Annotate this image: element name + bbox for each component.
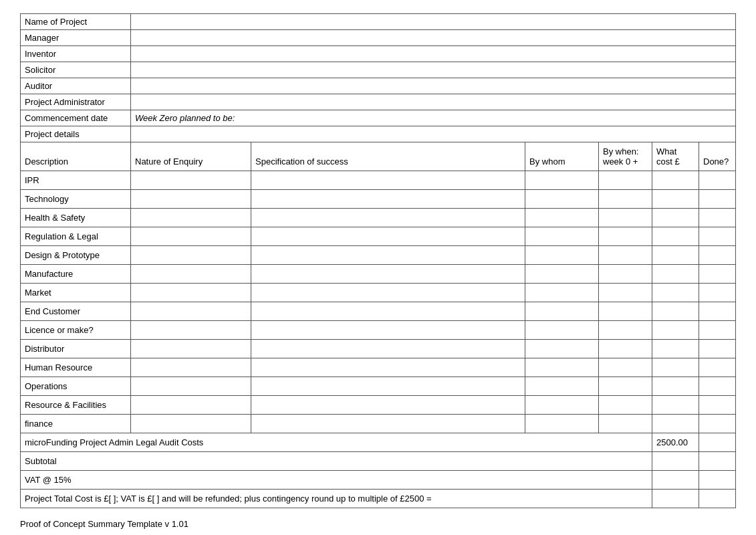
vat-label: VAT @ 15%	[21, 471, 652, 490]
resource-facilities-nature	[131, 396, 251, 415]
human-resource-spec	[251, 358, 525, 377]
resource-facilities-row: Resource & Facilities	[21, 396, 736, 415]
end-customer-cost	[652, 302, 699, 321]
subtotal-row: Subtotal	[21, 452, 736, 471]
finance-nature	[131, 415, 251, 433]
design-prototype-row: Design & Prototype	[21, 246, 736, 265]
design-prototype-nature	[131, 246, 251, 265]
manufacture-cost	[652, 265, 699, 284]
regulation-legal-label: Regulation & Legal	[21, 227, 131, 246]
market-spec	[251, 284, 525, 302]
manager-row: Manager	[21, 30, 736, 46]
manufacture-bywhom	[525, 265, 599, 284]
project-admin-row: Project Administrator	[21, 94, 736, 110]
ipr-bywhom	[525, 171, 599, 190]
technology-cost	[652, 190, 699, 209]
design-prototype-bywhen	[599, 246, 652, 265]
col-bywhen-header: By when: week 0 +	[599, 142, 652, 171]
operations-cost	[652, 377, 699, 396]
commencement-row: Commencement date Week Zero planned to b…	[21, 110, 736, 126]
microfunding-done	[699, 433, 736, 452]
inventor-row: Inventor	[21, 46, 736, 62]
project-total-row: Project Total Cost is £[ ]; VAT is £[ ] …	[21, 490, 736, 508]
market-cost	[652, 284, 699, 302]
project-total-cost	[652, 490, 699, 508]
inventor-value	[131, 46, 736, 62]
solicitor-value	[131, 62, 736, 78]
technology-row: Technology	[21, 190, 736, 209]
ipr-spec	[251, 171, 525, 190]
main-table: Name of Project Manager Inventor Solicit…	[20, 13, 736, 508]
technology-bywhen	[599, 190, 652, 209]
name-of-project-value	[131, 14, 736, 30]
resource-facilities-done	[699, 396, 736, 415]
microfunding-row: microFunding Project Admin Legal Audit C…	[21, 433, 736, 452]
market-done	[699, 284, 736, 302]
ipr-cost	[652, 171, 699, 190]
end-customer-bywhen	[599, 302, 652, 321]
project-admin-value	[131, 94, 736, 110]
health-safety-spec	[251, 209, 525, 227]
market-nature	[131, 284, 251, 302]
human-resource-cost	[652, 358, 699, 377]
auditor-label: Auditor	[21, 78, 131, 94]
human-resource-bywhom	[525, 358, 599, 377]
manufacture-spec	[251, 265, 525, 284]
technology-label: Technology	[21, 190, 131, 209]
subtotal-label: Subtotal	[21, 452, 652, 471]
human-resource-row: Human Resource	[21, 358, 736, 377]
human-resource-label: Human Resource	[21, 358, 131, 377]
health-safety-bywhen	[599, 209, 652, 227]
project-details-row: Project details	[21, 126, 736, 142]
licence-make-row: Licence or make?	[21, 321, 736, 340]
project-details-label: Project details	[21, 126, 131, 142]
distributor-cost	[652, 340, 699, 358]
solicitor-row: Solicitor	[21, 62, 736, 78]
vat-done	[699, 471, 736, 490]
manufacture-row: Manufacture	[21, 265, 736, 284]
auditor-row: Auditor	[21, 78, 736, 94]
finance-row: finance	[21, 415, 736, 433]
end-customer-done	[699, 302, 736, 321]
subtotal-cost	[652, 452, 699, 471]
col-description-header: Description	[21, 142, 131, 171]
subtotal-done	[699, 452, 736, 471]
finance-bywhom	[525, 415, 599, 433]
inventor-label: Inventor	[21, 46, 131, 62]
finance-spec	[251, 415, 525, 433]
end-customer-row: End Customer	[21, 302, 736, 321]
distributor-row: Distributor	[21, 340, 736, 358]
end-customer-bywhom	[525, 302, 599, 321]
finance-bywhen	[599, 415, 652, 433]
design-prototype-label: Design & Prototype	[21, 246, 131, 265]
distributor-done	[699, 340, 736, 358]
ipr-done	[699, 171, 736, 190]
operations-spec	[251, 377, 525, 396]
resource-facilities-bywhom	[525, 396, 599, 415]
regulation-legal-cost	[652, 227, 699, 246]
design-prototype-cost	[652, 246, 699, 265]
end-customer-label: End Customer	[21, 302, 131, 321]
col-nature-header: Nature of Enquiry	[131, 142, 251, 171]
ipr-nature	[131, 171, 251, 190]
footer-text: Proof of Concept Summary Template v 1.01	[20, 519, 736, 529]
distributor-label: Distributor	[21, 340, 131, 358]
licence-make-label: Licence or make?	[21, 321, 131, 340]
manager-value	[131, 30, 736, 46]
resource-facilities-cost	[652, 396, 699, 415]
operations-bywhom	[525, 377, 599, 396]
column-header-row: Description Nature of Enquiry Specificat…	[21, 142, 736, 171]
end-customer-nature	[131, 302, 251, 321]
human-resource-done	[699, 358, 736, 377]
health-safety-bywhom	[525, 209, 599, 227]
licence-make-bywhen	[599, 321, 652, 340]
project-total-done	[699, 490, 736, 508]
col-done-header: Done?	[699, 142, 736, 171]
manager-label: Manager	[21, 30, 131, 46]
finance-done	[699, 415, 736, 433]
market-row: Market	[21, 284, 736, 302]
manufacture-done	[699, 265, 736, 284]
market-bywhom	[525, 284, 599, 302]
technology-done	[699, 190, 736, 209]
operations-bywhen	[599, 377, 652, 396]
